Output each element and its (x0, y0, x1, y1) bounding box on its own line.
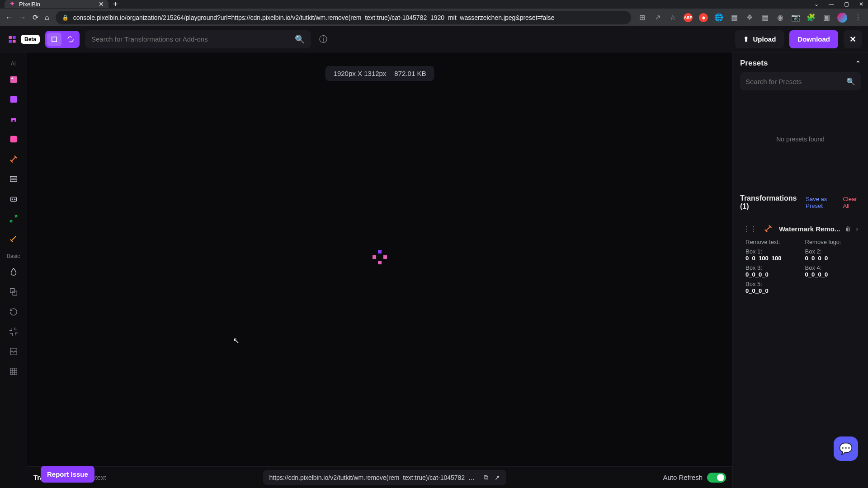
beta-badge: Beta (21, 35, 40, 44)
search-bar[interactable]: 🔍 (85, 30, 311, 48)
translate-icon[interactable]: ⊞ (637, 13, 646, 22)
drop-icon[interactable] (5, 263, 23, 281)
svg-point-5 (14, 120, 16, 122)
svg-rect-0 (52, 37, 57, 42)
svg-point-4 (11, 120, 13, 122)
rail-label-basic: Basic (7, 253, 20, 259)
tab-favicon-icon (9, 1, 15, 7)
home-icon[interactable]: ⌂ (45, 14, 49, 22)
compress-icon[interactable] (5, 323, 23, 341)
search-icon[interactable]: 🔍 (295, 34, 305, 44)
grid-icon[interactable] (5, 362, 23, 380)
param-box4-value: 0_0_0_0 (805, 271, 828, 278)
app-logo[interactable]: Beta (6, 33, 40, 45)
puzzle-icon[interactable]: 🧩 (807, 13, 816, 22)
tab-close-icon[interactable]: ✕ (99, 0, 104, 8)
search-icon[interactable]: 🔍 (846, 77, 855, 86)
chevron-up-icon[interactable]: ⌃ (855, 60, 861, 67)
crop-tool-button[interactable] (47, 33, 61, 46)
presets-header[interactable]: Presets ⌃ (740, 59, 861, 68)
face-icon[interactable] (5, 130, 23, 148)
auto-refresh: Auto Refresh (663, 473, 726, 483)
param-box1-label: Box 1: (745, 248, 762, 255)
share-icon[interactable]: ↗ (653, 13, 662, 22)
transformation-card: ⋮⋮ Watermark Remo... 🗑 › Remove text: Re… (738, 218, 863, 299)
app-header: Beta 🔍 ⓘ ⬆ Upload Download ✕ (0, 26, 868, 52)
copy-icon[interactable]: ⧉ (484, 474, 488, 481)
chevron-right-icon[interactable]: › (856, 225, 858, 232)
auto-refresh-toggle[interactable] (707, 473, 726, 483)
browser-tab[interactable]: PixelBin ✕ (5, 0, 108, 8)
globe-icon[interactable]: 🌐 (714, 13, 723, 22)
watermark-remove-icon (762, 222, 774, 235)
canvas-area[interactable]: 1920px X 1312px 872.01 KB ↖ Report Issue… (27, 26, 732, 488)
svg-rect-18 (378, 261, 382, 264)
chevron-down-icon[interactable]: ⌄ (814, 1, 819, 7)
clear-all-link[interactable]: Clear All (843, 196, 861, 209)
chat-fab[interactable]: 💬 (834, 436, 858, 461)
info-icon[interactable]: ⓘ (319, 34, 327, 45)
car-icon[interactable] (5, 110, 23, 128)
maximize-button[interactable]: ▢ (844, 1, 849, 7)
svg-rect-12 (10, 289, 14, 293)
svg-rect-1 (10, 76, 17, 83)
resize-icon[interactable] (5, 283, 23, 301)
panel-icon[interactable]: ▣ (822, 13, 831, 22)
robot-icon[interactable] (5, 190, 23, 208)
close-button[interactable]: ✕ (844, 30, 862, 48)
tab-title: PixelBin (19, 1, 40, 8)
window-close-button[interactable]: ✕ (859, 1, 863, 7)
image-metadata: 1920px X 1312px 872.01 KB (326, 66, 434, 81)
drag-handle-icon[interactable]: ⋮⋮ (743, 225, 757, 233)
preset-search-input[interactable] (745, 78, 846, 85)
watermark-icon[interactable] (5, 150, 23, 168)
download-button[interactable]: Download (789, 30, 838, 48)
ext-1-icon[interactable]: ▦ (730, 13, 739, 22)
report-issue-button[interactable]: Report Issue (41, 466, 94, 483)
svg-point-11 (14, 199, 15, 200)
ext-2-icon[interactable]: ❖ (745, 13, 754, 22)
profile-avatar[interactable] (837, 13, 847, 23)
svg-rect-9 (10, 197, 16, 201)
abp-icon[interactable]: ABP (684, 13, 693, 22)
reload-icon[interactable]: ⟳ (33, 13, 38, 22)
layers-icon[interactable] (5, 170, 23, 188)
star-icon[interactable]: ☆ (668, 13, 677, 22)
ext-4-icon[interactable]: ◉ (776, 13, 785, 22)
enhance-icon[interactable] (5, 90, 23, 108)
transform-tool-button[interactable] (63, 33, 78, 46)
preset-search[interactable]: 🔍 (740, 72, 861, 90)
tool-toggle (45, 31, 80, 48)
param-remove-logo-label: Remove logo: (805, 239, 841, 245)
back-icon[interactable]: ← (5, 14, 13, 22)
transformations-header: Transformations (1) Save as Preset Clear… (733, 194, 868, 214)
menu-icon[interactable]: ⋮ (854, 13, 863, 22)
format-icon[interactable] (5, 343, 23, 361)
new-tab-button[interactable]: + (108, 0, 123, 9)
transformations-title: Transformations (1) (740, 194, 797, 211)
window-controls: ⌄ — ▢ ✕ (814, 1, 863, 7)
svg-point-2 (11, 77, 13, 79)
camera-icon[interactable]: 📷 (791, 13, 800, 22)
open-icon[interactable]: ↗ (495, 474, 500, 481)
upload-button[interactable]: ⬆ Upload (735, 30, 784, 48)
forward-icon[interactable]: → (19, 14, 26, 22)
app-body: AI Basic 1920px X 1312px 872.01 KB ↖ Rep… (0, 26, 868, 488)
left-rail: AI Basic (0, 26, 27, 488)
minimize-button[interactable]: — (829, 1, 834, 7)
eraser-icon[interactable] (5, 230, 23, 248)
ublock-icon[interactable]: ◆ (699, 13, 708, 22)
delete-icon[interactable]: 🗑 (845, 225, 851, 232)
transformation-params: Remove text: Remove logo: Box 1:0_0_100_… (743, 239, 858, 294)
presets-title: Presets (740, 59, 768, 68)
save-as-preset-link[interactable]: Save as Preset (806, 196, 838, 209)
bottom-bar: Transformed Context https://cdn.pixelbin… (27, 466, 732, 488)
erase-bg-icon[interactable] (5, 70, 23, 89)
param-box2-value: 0_0_0_0 (805, 255, 828, 262)
ext-3-icon[interactable]: ▤ (760, 13, 769, 22)
search-input[interactable] (91, 35, 290, 43)
rotate-icon[interactable] (5, 303, 23, 321)
address-bar: ← → ⟳ ⌂ 🔒 console.pixelbin.io/organizati… (0, 8, 868, 26)
url-field[interactable]: 🔒 console.pixelbin.io/organization/21526… (56, 11, 631, 24)
expand-icon[interactable] (5, 210, 23, 228)
